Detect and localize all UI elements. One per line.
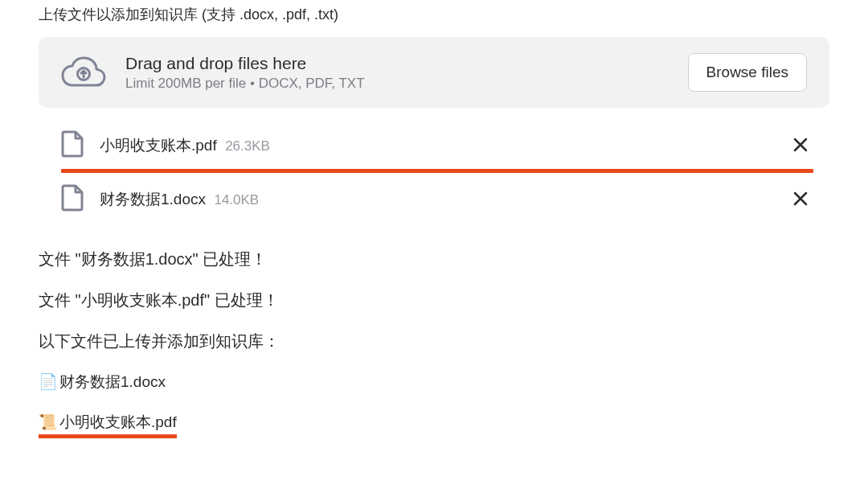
file-size: 26.3KB bbox=[225, 138, 270, 154]
kb-file-name: 小明收支账本.pdf bbox=[59, 413, 177, 430]
processing-status: 文件 "财务数据1.docx" 已处理！ bbox=[39, 239, 829, 280]
processing-status: 文件 "小明收支账本.pdf" 已处理！ bbox=[39, 280, 829, 321]
file-size: 14.0KB bbox=[214, 192, 259, 208]
kb-file-name: 财务数据1.docx bbox=[59, 373, 166, 390]
file-icon bbox=[61, 184, 84, 215]
uploaded-file-row: 小明收支账本.pdf 26.3KB bbox=[39, 122, 829, 169]
file-name: 财务数据1.docx bbox=[100, 191, 206, 208]
upload-instruction: 上传文件以添加到知识库 (支持 .docx, .pdf, .txt) bbox=[39, 0, 829, 37]
dropzone-title: Drag and drop files here bbox=[125, 54, 669, 73]
remove-file-button[interactable] bbox=[788, 132, 813, 160]
kb-file-item: 📄财务数据1.docx bbox=[39, 362, 829, 402]
close-icon bbox=[792, 143, 809, 155]
file-name: 小明收支账本.pdf bbox=[100, 137, 217, 154]
remove-file-button[interactable] bbox=[788, 186, 813, 214]
scroll-emoji-icon: 📜 bbox=[39, 413, 58, 430]
close-icon bbox=[792, 197, 809, 209]
file-dropzone[interactable]: Drag and drop files here Limit 200MB per… bbox=[39, 37, 829, 108]
kb-file-item: 📜小明收支账本.pdf bbox=[39, 402, 829, 448]
browse-files-button[interactable]: Browse files bbox=[688, 53, 807, 92]
summary-text: 以下文件已上传并添加到知识库： bbox=[39, 321, 829, 362]
uploaded-file-row: 财务数据1.docx 14.0KB bbox=[39, 176, 829, 223]
file-icon bbox=[61, 130, 84, 161]
highlight-underline bbox=[61, 169, 813, 173]
cloud-upload-icon bbox=[61, 55, 106, 90]
dropzone-limit: Limit 200MB per file • DOCX, PDF, TXT bbox=[125, 76, 669, 92]
document-emoji-icon: 📄 bbox=[39, 373, 58, 390]
